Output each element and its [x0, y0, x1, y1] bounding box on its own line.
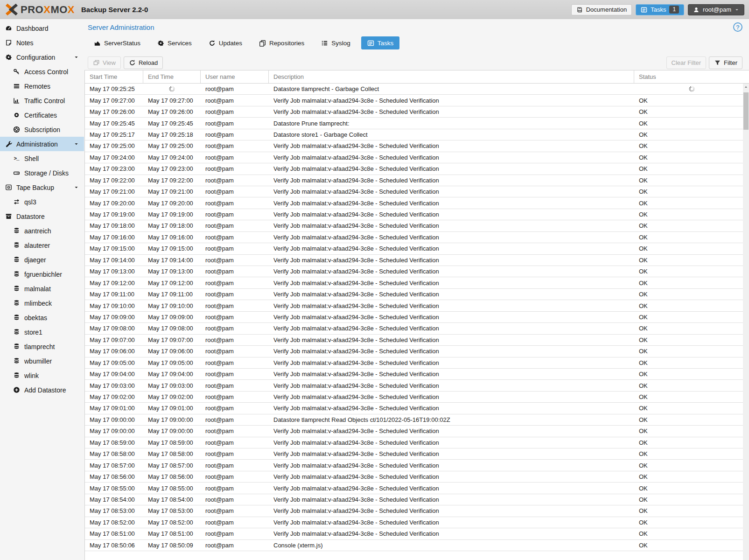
- sidebar-item-notes[interactable]: Notes: [0, 35, 84, 50]
- table-row[interactable]: May 17 08:59:00May 17 08:59:00root@pamVe…: [85, 437, 749, 448]
- tasks-label: Tasks: [651, 6, 666, 13]
- tab-tasks[interactable]: Tasks: [361, 36, 400, 49]
- table-row[interactable]: May 17 08:52:00May 17 08:52:00root@pamVe…: [85, 517, 749, 528]
- vertical-scrollbar[interactable]: [743, 84, 749, 560]
- table-row[interactable]: May 17 09:25:25root@pamDatastore tlampre…: [85, 84, 749, 95]
- table-row[interactable]: May 17 09:06:00May 17 09:06:00root@pamVe…: [85, 346, 749, 357]
- sidebar-item-certificates[interactable]: Certificates: [0, 108, 84, 122]
- table-row[interactable]: May 17 09:04:00May 17 09:04:00root@pamVe…: [85, 369, 749, 380]
- table-row[interactable]: May 17 08:50:06May 17 08:50:09root@pamCo…: [85, 540, 749, 551]
- sidebar-item-mlimbeck[interactable]: mlimbeck: [0, 296, 84, 310]
- table-row[interactable]: May 17 08:58:00May 17 08:58:00root@pamVe…: [85, 448, 749, 460]
- table-row[interactable]: May 17 09:07:00May 17 09:07:00root@pamVe…: [85, 335, 749, 346]
- tab-repositories[interactable]: Repositories: [253, 36, 310, 49]
- sidebar-item-tape-backup[interactable]: Tape Backup: [0, 180, 84, 195]
- table-row[interactable]: May 17 09:24:00May 17 09:24:00root@pamVe…: [85, 152, 749, 163]
- user-menu-button[interactable]: root@pam: [688, 4, 744, 15]
- scroll-up-arrow-icon[interactable]: [743, 84, 749, 91]
- sidebar-item-alauterer[interactable]: alauterer: [0, 238, 84, 252]
- column-header-end-time[interactable]: End Time: [143, 70, 201, 83]
- sidebar-item-qsl3[interactable]: qsl3: [0, 195, 84, 209]
- chevron-down-icon[interactable]: [71, 185, 81, 190]
- table-row[interactable]: May 17 08:57:00May 17 08:57:00root@pamVe…: [85, 460, 749, 471]
- table-row[interactable]: May 17 09:26:00May 17 09:26:00root@pamVe…: [85, 106, 749, 118]
- cell-start-time: May 17 09:08:00: [85, 325, 143, 332]
- sidebar-item-dashboard[interactable]: Dashboard: [0, 21, 84, 35]
- sidebar-item-malmalat[interactable]: malmalat: [0, 281, 84, 296]
- cell-end-time: May 17 09:25:18: [143, 131, 201, 138]
- chevron-down-icon[interactable]: [71, 141, 81, 147]
- sidebar-item-wlink[interactable]: wlink: [0, 368, 84, 383]
- sidebar-item-storage-disks[interactable]: Storage / Disks: [0, 166, 84, 180]
- table-row[interactable]: May 17 09:00:00May 17 09:00:00root@pamDa…: [85, 414, 749, 426]
- filter-button[interactable]: Filter: [709, 56, 742, 69]
- column-header-status[interactable]: Status: [634, 70, 749, 83]
- cell-user-name: root@pam: [201, 336, 269, 343]
- sidebar-item-subscription[interactable]: Subscription: [0, 122, 84, 137]
- documentation-button[interactable]: Documentation: [571, 4, 632, 15]
- table-row[interactable]: May 17 09:16:00May 17 09:16:00root@pamVe…: [85, 232, 749, 243]
- sidebar-item-datastore[interactable]: Datastore: [0, 209, 84, 224]
- table-row[interactable]: May 17 09:02:00May 17 09:02:00root@pamVe…: [85, 392, 749, 403]
- tab-updates[interactable]: Updates: [203, 36, 248, 49]
- table-row[interactable]: May 17 09:03:00May 17 09:03:00root@pamVe…: [85, 380, 749, 391]
- sidebar-item-remotes[interactable]: Remotes: [0, 79, 84, 93]
- tasks-button[interactable]: Tasks 1: [636, 4, 684, 15]
- table-row[interactable]: May 17 09:08:00May 17 09:08:00root@pamVe…: [85, 323, 749, 334]
- sidebar-item-store1[interactable]: store1: [0, 325, 84, 339]
- sidebar-item-tlamprecht[interactable]: tlamprecht: [0, 339, 84, 354]
- table-row[interactable]: May 17 08:51:00May 17 08:51:00root@pamVe…: [85, 528, 749, 539]
- tab-serverstatus[interactable]: ServerStatus: [88, 36, 147, 49]
- table-row[interactable]: May 17 09:21:00May 17 09:21:00root@pamVe…: [85, 186, 749, 197]
- help-button[interactable]: ?: [733, 22, 742, 32]
- column-header-user-name[interactable]: User name: [201, 70, 269, 83]
- cell-status: OK: [634, 519, 749, 526]
- table-row[interactable]: May 17 09:13:00May 17 09:13:00root@pamVe…: [85, 266, 749, 277]
- clear-filter-button[interactable]: Clear Filter: [666, 56, 707, 69]
- table-row[interactable]: May 17 09:15:00May 17 09:15:00root@pamVe…: [85, 243, 749, 254]
- sidebar-item-djaeger[interactable]: djaeger: [0, 252, 84, 267]
- table-row[interactable]: May 17 09:23:00May 17 09:23:00root@pamVe…: [85, 163, 749, 175]
- column-header-start-time[interactable]: Start Time: [85, 70, 143, 83]
- table-row[interactable]: May 17 09:25:45May 17 09:25:45root@pamDa…: [85, 118, 749, 129]
- table-row[interactable]: May 17 09:10:00May 17 09:10:00root@pamVe…: [85, 300, 749, 311]
- sidebar-item-add-datastore[interactable]: Add Datastore: [0, 383, 84, 397]
- sidebar-item-administration[interactable]: Administration: [0, 137, 84, 151]
- table-row[interactable]: May 17 08:56:00May 17 08:56:00root@pamVe…: [85, 471, 749, 483]
- table-row[interactable]: May 17 09:19:00May 17 09:19:00root@pamVe…: [85, 209, 749, 220]
- sidebar-item-configuration[interactable]: Configuration: [0, 50, 84, 64]
- table-row[interactable]: May 17 09:11:00May 17 09:11:00root@pamVe…: [85, 289, 749, 300]
- chevron-down-icon[interactable]: [71, 55, 81, 60]
- tab-services[interactable]: Services: [151, 36, 198, 49]
- table-row[interactable]: May 17 09:01:00May 17 09:01:00root@pamVe…: [85, 403, 749, 414]
- table-row[interactable]: May 17 09:05:00May 17 09:05:00root@pamVe…: [85, 357, 749, 369]
- table-row[interactable]: May 17 08:53:00May 17 08:53:00root@pamVe…: [85, 505, 749, 517]
- table-row[interactable]: May 17 09:22:00May 17 09:22:00root@pamVe…: [85, 175, 749, 186]
- table-row[interactable]: May 17 09:18:00May 17 09:18:00root@pamVe…: [85, 220, 749, 231]
- sidebar-item-label: Add Datastore: [24, 386, 66, 394]
- table-row[interactable]: May 17 09:12:00May 17 09:12:00root@pamVe…: [85, 277, 749, 288]
- scrollbar-thumb[interactable]: [743, 92, 749, 130]
- table-row[interactable]: May 17 08:54:00May 17 08:54:00root@pamVe…: [85, 494, 749, 505]
- column-header-description[interactable]: Description: [269, 70, 634, 83]
- table-row[interactable]: May 17 09:09:00May 17 09:09:00root@pamVe…: [85, 312, 749, 323]
- reload-button[interactable]: Reload: [124, 56, 163, 69]
- cell-end-time: May 17 09:25:45: [143, 120, 201, 127]
- sidebar-item-aantreich[interactable]: aantreich: [0, 224, 84, 238]
- table-row[interactable]: May 17 09:25:17May 17 09:25:18root@pamDa…: [85, 129, 749, 140]
- table-row[interactable]: May 17 09:25:00May 17 09:25:00root@pamVe…: [85, 140, 749, 152]
- view-button[interactable]: View: [88, 56, 121, 69]
- table-row[interactable]: May 17 09:20:00May 17 09:20:00root@pamVe…: [85, 197, 749, 209]
- sidebar-item-traffic-control[interactable]: Traffic Control: [0, 93, 84, 108]
- column-header-label: Description: [273, 73, 304, 80]
- table-row[interactable]: May 17 09:00:00May 17 09:00:00root@pamVe…: [85, 426, 749, 437]
- sidebar-item-wbumiller[interactable]: wbumiller: [0, 354, 84, 368]
- sidebar-item-fgruenbichler[interactable]: fgruenbichler: [0, 267, 84, 281]
- table-row[interactable]: May 17 08:55:00May 17 08:55:00root@pamVe…: [85, 483, 749, 494]
- table-row[interactable]: May 17 09:14:00May 17 09:14:00root@pamVe…: [85, 255, 749, 266]
- sidebar-item-access-control[interactable]: Access Control: [0, 64, 84, 79]
- sidebar-item-shell[interactable]: >_Shell: [0, 151, 84, 166]
- tab-syslog[interactable]: Syslog: [315, 36, 357, 49]
- sidebar-item-obektas[interactable]: obektas: [0, 310, 84, 325]
- table-row[interactable]: May 17 09:27:00May 17 09:27:00root@pamVe…: [85, 95, 749, 106]
